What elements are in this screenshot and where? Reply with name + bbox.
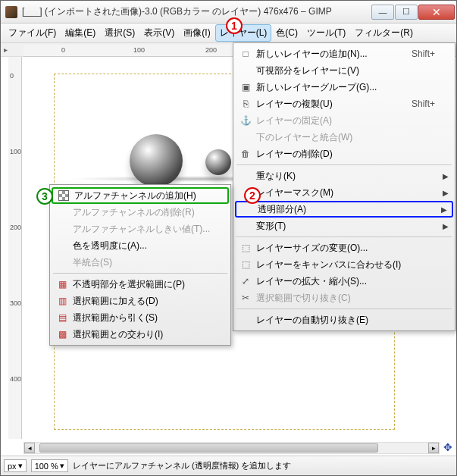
submenu-arrow-icon: ▶ bbox=[443, 172, 449, 180]
menu-item-label: 可視部分をレイヤーに(V) bbox=[256, 64, 359, 77]
layer-menu-dropdown: □新しいレイヤーの追加(N)...Shift+可視部分をレイヤーに(V)▣新しい… bbox=[233, 42, 455, 331]
menu-image[interactable]: 画像(I) bbox=[179, 24, 214, 42]
menu-item[interactable]: ⤢レイヤーの拡大・縮小(S)... bbox=[235, 273, 453, 290]
menu-item[interactable]: 可視部分をレイヤーに(V) bbox=[235, 62, 453, 79]
submenu-item[interactable]: ▩選択範囲との交わり(I) bbox=[52, 326, 229, 343]
menu-item-label: 下のレイヤーと統合(W) bbox=[256, 131, 352, 144]
menu-item-label: アルファチャンネルの追加(H) bbox=[74, 189, 196, 202]
ruler-vertical: 0 100 200 300 400 bbox=[8, 57, 22, 439]
sphere-large bbox=[130, 134, 183, 187]
sphere-small bbox=[205, 149, 231, 175]
scroll-left-button[interactable]: ◂ bbox=[24, 443, 35, 453]
submenu-item[interactable]: ▤選択範囲から引く(S) bbox=[52, 309, 229, 326]
menu-item-label: 選択範囲から引く(S) bbox=[73, 312, 158, 324]
menu-item-label: レイヤーをキャンバスに合わせる(I) bbox=[256, 258, 401, 271]
scrollbar-horizontal[interactable]: ◂ ▸ bbox=[23, 442, 440, 454]
window-controls: — ☐ ✕ bbox=[371, 4, 455, 20]
menu-item-label: レイヤーの自動切り抜き(E) bbox=[256, 314, 368, 327]
close-button[interactable]: ✕ bbox=[418, 5, 455, 20]
menu-item-label: 透明部分(A) bbox=[258, 203, 306, 216]
menu-edit[interactable]: 編集(E) bbox=[61, 24, 100, 42]
scroll-right-button[interactable]: ▸ bbox=[428, 443, 439, 453]
menu-item-label: 不透明部分を選択範囲に(P) bbox=[73, 278, 185, 291]
submenu-item: アルファチャンネルの削除(R) bbox=[52, 204, 229, 221]
menu-select[interactable]: 選択(S) bbox=[100, 24, 139, 42]
menu-item[interactable]: レイヤーマスク(M)▶ bbox=[235, 184, 453, 201]
menu-item-label: アルファチャンネルの削除(R) bbox=[73, 206, 195, 219]
submenu-item[interactable]: ▦不透明部分を選択範囲に(P) bbox=[52, 276, 229, 293]
menu-item[interactable]: 透明部分(A)▶ bbox=[235, 201, 453, 218]
chevron-down-icon: ▾ bbox=[18, 461, 23, 471]
submenu-item[interactable]: アルファチャンネルの追加(H) bbox=[52, 187, 229, 204]
menu-item[interactable]: 🗑レイヤーの削除(D) bbox=[235, 146, 453, 162]
menu-shortcut: Shift+ bbox=[393, 99, 435, 109]
status-message: レイヤーにアルファチャンネル (透明度情報) を追加します bbox=[73, 460, 291, 471]
menu-item[interactable]: ⬚レイヤーをキャンバスに合わせる(I) bbox=[235, 256, 453, 273]
menu-view[interactable]: 表示(V) bbox=[139, 24, 179, 42]
menu-item: ✂選択範囲で切り抜き(C) bbox=[235, 290, 453, 306]
unit-select[interactable]: px▾ bbox=[4, 459, 27, 472]
menu-file[interactable]: ファイル(F) bbox=[4, 24, 61, 42]
maximize-button[interactable]: ☐ bbox=[395, 5, 418, 20]
submenu-arrow-icon: ▶ bbox=[443, 189, 449, 197]
menu-item[interactable]: ⎘レイヤーの複製(U)Shift+ bbox=[235, 96, 453, 112]
menu-item-label: 新しいレイヤーの追加(N)... bbox=[256, 48, 368, 61]
menu-item[interactable]: 重なり(K)▶ bbox=[235, 168, 453, 184]
submenu-item[interactable]: ▥選択範囲に加える(D) bbox=[52, 293, 229, 309]
menu-item-label: レイヤーの拡大・縮小(S)... bbox=[256, 275, 367, 288]
ruler-toggle-icon[interactable]: ▸ bbox=[4, 45, 8, 54]
menu-item[interactable]: レイヤーの自動切り抜き(E) bbox=[235, 312, 453, 328]
menu-item-label: 色を透明度に(A)... bbox=[73, 240, 147, 252]
menu-tool[interactable]: ツール(T) bbox=[302, 24, 350, 42]
navigation-icon[interactable]: ✥ bbox=[441, 440, 455, 454]
submenu-arrow-icon: ▶ bbox=[443, 222, 449, 230]
menu-item-label: レイヤーサイズの変更(O)... bbox=[256, 242, 368, 255]
menu-filter[interactable]: フィルター(R) bbox=[350, 24, 418, 42]
statusbar: px▾ 100 %▾ レイヤーにアルファチャンネル (透明度情報) を追加します bbox=[1, 456, 456, 475]
transparency-submenu: アルファチャンネルの追加(H)アルファチャンネルの削除(R)アルファチャンネルし… bbox=[49, 184, 231, 346]
menu-item-label: 半統合(S) bbox=[73, 256, 112, 269]
chevron-down-icon: ▾ bbox=[60, 461, 64, 471]
menu-item[interactable]: ▣新しいレイヤーグループ(G)... bbox=[235, 79, 453, 96]
menu-item-label: 重なり(K) bbox=[256, 170, 296, 183]
scrollbar-thumb[interactable] bbox=[39, 443, 378, 453]
app-icon bbox=[5, 6, 17, 18]
window-title: [___] (インポートされた画像)-3.0 (RGBカラー のレイヤー) 47… bbox=[22, 5, 371, 18]
annotation-badge-3: 3 bbox=[36, 188, 53, 205]
menu-item[interactable]: □新しいレイヤーの追加(N)...Shift+ bbox=[235, 45, 453, 62]
submenu-item[interactable]: 色を透明度に(A)... bbox=[52, 237, 229, 254]
menu-item[interactable]: 変形(T)▶ bbox=[235, 218, 453, 234]
menu-item-label: レイヤーの複製(U) bbox=[256, 98, 333, 111]
menu-shortcut: Shift+ bbox=[393, 49, 435, 59]
menu-item-label: レイヤーの削除(D) bbox=[256, 148, 333, 161]
menu-item-label: 選択範囲との交わり(I) bbox=[73, 328, 163, 341]
submenu-item: 半統合(S) bbox=[52, 254, 229, 271]
submenu-item: アルファチャンネルしきい値(T)... bbox=[52, 221, 229, 237]
annotation-badge-1: 1 bbox=[226, 17, 243, 34]
minimize-button[interactable]: — bbox=[371, 5, 394, 20]
menu-item-label: レイヤーマスク(M) bbox=[256, 186, 333, 199]
menu-item: 下のレイヤーと統合(W) bbox=[235, 129, 453, 146]
menu-item-label: レイヤーの固定(A) bbox=[256, 114, 332, 127]
menu-item: ⚓レイヤーの固定(A) bbox=[235, 112, 453, 129]
menu-item-label: 変形(T) bbox=[256, 220, 286, 233]
menu-layer[interactable]: レイヤー(L) bbox=[215, 24, 272, 42]
menu-item-label: アルファチャンネルしきい値(T)... bbox=[73, 223, 210, 236]
menu-item[interactable]: ⬚レイヤーサイズの変更(O)... bbox=[235, 240, 453, 256]
menu-item-label: 新しいレイヤーグループ(G)... bbox=[256, 81, 377, 94]
menu-item-label: 選択範囲に加える(D) bbox=[73, 295, 158, 308]
menu-item-label: 選択範囲で切り抜き(C) bbox=[256, 292, 351, 305]
annotation-badge-2: 2 bbox=[244, 187, 261, 204]
menu-color[interactable]: 色(C) bbox=[271, 24, 302, 42]
zoom-select[interactable]: 100 %▾ bbox=[31, 459, 68, 472]
submenu-arrow-icon: ▶ bbox=[441, 205, 447, 214]
